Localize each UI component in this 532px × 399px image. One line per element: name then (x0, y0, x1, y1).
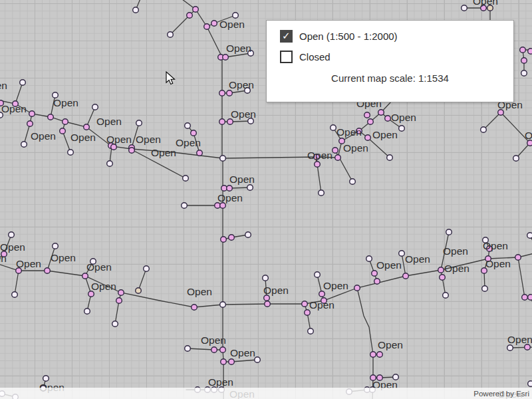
map-node-device[interactable] (20, 80, 26, 86)
map-node-open[interactable] (332, 148, 338, 154)
map-node-device[interactable] (399, 251, 405, 257)
map-node-device[interactable] (185, 123, 191, 129)
map-node-device[interactable] (308, 329, 314, 334)
map-node-device[interactable] (220, 156, 226, 162)
map-node-device[interactable] (315, 272, 321, 278)
map-node-open[interactable] (403, 273, 409, 279)
map-node-open[interactable] (227, 119, 233, 125)
map-node-device[interactable] (247, 185, 253, 191)
map-node-device[interactable] (513, 156, 519, 162)
legend-row-closed[interactable]: ✓ Closed (280, 51, 513, 63)
map-node-open[interactable] (528, 49, 532, 55)
map-node-open[interactable] (370, 352, 376, 358)
map-node-device[interactable] (245, 232, 251, 238)
map-node-device[interactable] (144, 266, 150, 272)
map-node-device[interactable] (43, 376, 49, 382)
map-node-open[interactable] (498, 110, 504, 116)
map-node-device[interactable] (136, 120, 142, 126)
map-node-open[interactable] (219, 119, 225, 125)
map-node-device[interactable] (521, 70, 527, 76)
map-node-device[interactable] (387, 155, 393, 161)
map-node-open[interactable] (377, 352, 383, 358)
map-node-open[interactable] (220, 203, 226, 209)
map-node-open[interactable] (197, 150, 203, 156)
map-node-device[interactable] (185, 346, 191, 352)
map-node-open[interactable] (192, 305, 198, 311)
map-node-device[interactable] (481, 127, 487, 133)
map-node-device[interactable] (21, 142, 27, 148)
map-node-open[interactable] (111, 144, 117, 150)
map-node-open[interactable] (372, 271, 378, 277)
map-node-open[interactable] (522, 295, 528, 301)
map-node-open[interactable] (219, 90, 225, 96)
map-node-open[interactable] (63, 119, 68, 125)
map-node-device[interactable] (53, 243, 59, 249)
legend-checkbox-0[interactable]: ✓ (280, 30, 293, 43)
map-node-device[interactable] (462, 5, 467, 11)
map-node-device[interactable] (443, 293, 449, 299)
map-node-device[interactable] (112, 321, 118, 327)
map-node-open[interactable] (191, 130, 197, 136)
map-node-open[interactable] (335, 155, 341, 161)
map-node-device[interactable] (319, 190, 325, 196)
map-node-open[interactable] (520, 47, 526, 53)
map-node-open[interactable] (211, 347, 217, 353)
map-node-open[interactable] (227, 186, 233, 192)
map-node-open[interactable] (354, 285, 360, 291)
map-node-device[interactable] (446, 229, 452, 235)
map-node-open[interactable] (211, 21, 217, 27)
map-node-open[interactable] (227, 90, 233, 96)
map-node-device[interactable] (220, 302, 226, 308)
map-node-open[interactable] (440, 275, 446, 281)
map-node-open[interactable] (302, 301, 308, 307)
map-node-device[interactable] (182, 203, 188, 209)
map-node-device[interactable] (255, 357, 261, 363)
map-node-open[interactable] (378, 110, 384, 116)
map-node-open[interactable] (88, 291, 94, 297)
map-node-open[interactable] (264, 295, 270, 301)
map-node-device[interactable] (233, 13, 239, 19)
map-node-open[interactable] (60, 128, 66, 134)
map-node-open[interactable] (521, 58, 527, 64)
map-node-device[interactable] (136, 288, 142, 294)
legend-row-open[interactable]: ✓ Open (1:500 - 1:2000) (280, 30, 513, 43)
map-node-open[interactable] (364, 112, 370, 118)
map-node-open[interactable] (319, 291, 325, 297)
map-node-device[interactable] (68, 150, 74, 156)
map-node-device[interactable] (133, 7, 139, 13)
map-node-device[interactable] (528, 381, 532, 387)
map-node-device[interactable] (168, 32, 174, 38)
map-node-open[interactable] (438, 267, 444, 273)
map-node-device[interactable] (92, 104, 98, 110)
map-node-device[interactable] (399, 126, 405, 132)
map-node-open[interactable] (129, 148, 135, 154)
map-node-device[interactable] (9, 232, 15, 238)
map-node-open[interactable] (515, 255, 521, 261)
map-node-open[interactable] (229, 235, 235, 241)
map-node-device[interactable] (183, 176, 189, 182)
map-node-device[interactable] (527, 233, 532, 239)
map-node-open[interactable] (118, 290, 124, 296)
map-node-open[interactable] (229, 359, 235, 365)
map-node-device[interactable] (263, 275, 269, 281)
map-node-open[interactable] (305, 310, 311, 316)
map-node-open[interactable] (223, 55, 229, 61)
map-node-open[interactable] (27, 121, 33, 127)
map-node-open[interactable] (84, 124, 90, 130)
map-node-open[interactable] (365, 135, 371, 141)
map-node-device[interactable] (331, 125, 336, 131)
map-node-device[interactable] (482, 286, 488, 292)
map-node-device[interactable] (350, 179, 356, 185)
map-node-open[interactable] (527, 140, 532, 146)
map-node-open[interactable] (368, 119, 374, 125)
legend-checkbox-1[interactable]: ✓ (280, 51, 293, 63)
map-node-device[interactable] (507, 345, 513, 351)
map-node-open[interactable] (374, 279, 380, 285)
map-node-device[interactable] (12, 292, 18, 298)
map-node-open[interactable] (45, 268, 51, 274)
map-node-open[interactable] (220, 347, 226, 353)
map-node-open[interactable] (221, 359, 227, 365)
map-node-open[interactable] (116, 298, 122, 304)
map-node-open[interactable] (528, 295, 532, 301)
map-node-open[interactable] (221, 237, 227, 243)
